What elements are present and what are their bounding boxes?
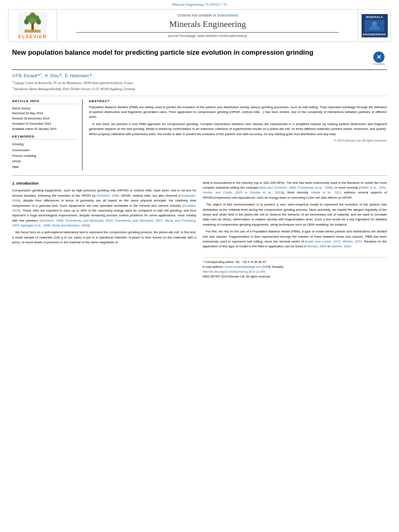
keywords-section: Keywords: Grinding Comminution Process m… bbox=[12, 135, 78, 170]
article-info-column: ARTICLE INFO Article history: Received 2… bbox=[12, 99, 82, 170]
received-date: Received 28 May 2014 bbox=[12, 111, 78, 116]
svg-point-4 bbox=[24, 19, 29, 25]
journal-reference: Minerals Engineering 73 (2015) 7–15 bbox=[172, 2, 227, 6]
svg-point-6 bbox=[36, 19, 41, 25]
abstract-text: Population Balance Models (PBM) are wide… bbox=[89, 105, 387, 137]
keywords-list: Grinding Comminution Process modeling HP… bbox=[12, 142, 78, 170]
ref-whiten-link[interactable]: Whiten, 1974 bbox=[343, 240, 362, 243]
ref-hashim-link[interactable]: Hashim, 2004 bbox=[331, 244, 351, 248]
intro-paragraph-4: The object of this communication is to p… bbox=[203, 202, 387, 227]
body-right-column: what is encountered in the industry (up … bbox=[203, 181, 387, 279]
section-1-heading: 1. Introduction bbox=[12, 181, 196, 187]
article-title-section: New population balance model for predict… bbox=[12, 48, 387, 70]
intro-paragraph-5: For this, we rely on the use of a Popula… bbox=[203, 229, 387, 249]
keywords-label: Keywords: bbox=[12, 135, 78, 140]
elsevier-tree-icon bbox=[19, 12, 47, 34]
homepage-text: journal homepage: www.elsevier.com/locat… bbox=[60, 34, 355, 38]
body-section: 1. Introduction Compression grinding equ… bbox=[12, 181, 387, 279]
ref-schonert-link[interactable]: Schönert, 1988 bbox=[97, 194, 119, 197]
keyword-2: Comminution bbox=[12, 148, 78, 153]
body-left-column: 1. Introduction Compression grinding equ… bbox=[12, 181, 196, 279]
article-history: Article history: Received 28 May 2014 Re… bbox=[12, 106, 78, 132]
crossmark-area: ✕ CrossMark bbox=[371, 50, 387, 66]
revised-date: Revised 19 December 2014 bbox=[12, 116, 78, 121]
svg-point-5 bbox=[29, 18, 36, 24]
doi-line: http://dx.doi.org/10.1016/j.mineng.2014.… bbox=[203, 269, 387, 274]
contents-available-text: Contents lists available at ScienceDirec… bbox=[60, 13, 355, 17]
keyword-3: Process modeling bbox=[12, 153, 78, 159]
intro-paragraph-2: We focus here on a well-explored laborat… bbox=[12, 230, 196, 245]
issn-line: 0892-6875/© 2015 Elsevier Ltd. All right… bbox=[203, 274, 387, 279]
doi-link[interactable]: http://dx.doi.org/10.1016/j.mineng.2014.… bbox=[203, 270, 265, 273]
available-date: Available online 29 January 2015 bbox=[12, 127, 78, 132]
keyword-4: HPGR bbox=[12, 159, 78, 164]
svg-rect-7 bbox=[31, 23, 34, 31]
footnote-corresponding: * Corresponding author. Tel.: +33 4 74 8… bbox=[203, 260, 387, 265]
authors-line: V.P.B. Esnault a,*, H. Zhou b, D. Heitzm… bbox=[12, 73, 387, 78]
abstract-title: ABSTRACT bbox=[89, 99, 387, 103]
header-center-area: Contents lists available at ScienceDirec… bbox=[57, 10, 358, 41]
badge-area: MINERALS ENGINEERING bbox=[358, 10, 391, 41]
crossmark-symbol: ✕ bbox=[373, 51, 385, 63]
ref-austin-link[interactable]: Austin and Luckie, 1972 bbox=[305, 240, 340, 243]
abstract-column: ABSTRACT Population Balance Models (PBM)… bbox=[89, 99, 387, 170]
copyright-notice: © 2015 Elsevier Ltd. All rights reserved… bbox=[89, 139, 387, 142]
elsevier-brand: ELSEVIER bbox=[19, 34, 47, 39]
footnote-email: E-mail address: vivien.esnault@lafarge.c… bbox=[203, 265, 387, 269]
author-1-link[interactable]: V.P.B. Esnault bbox=[12, 74, 37, 78]
ref-kalala-link[interactable]: Kalala et al., 2011 bbox=[311, 191, 342, 194]
journal-title-header: Minerals Engineering bbox=[60, 19, 355, 29]
header-divider bbox=[76, 32, 339, 33]
footnote-area: * Corresponding author. Tel.: +33 4 74 8… bbox=[203, 257, 387, 279]
top-bar: Minerals Engineering 73 (2015) 7–15 bbox=[0, 0, 399, 8]
sciencedirect-link[interactable]: ScienceDirect bbox=[217, 13, 238, 17]
intro-paragraph-1: Compression grinding equipments, such as… bbox=[12, 188, 196, 228]
email-link[interactable]: vivien.esnault@lafarge.com bbox=[224, 265, 261, 269]
minerals-engineering-badge: MINERALS ENGINEERING bbox=[362, 14, 388, 37]
journal-header: ELSEVIER Contents lists available at Sci… bbox=[8, 9, 391, 42]
article-main-title: New population balance model for predict… bbox=[12, 48, 313, 57]
affiliation-a: a Lafarge Centre de Recherche, 95 rue de… bbox=[12, 80, 387, 86]
article-info-abstract-section: ARTICLE INFO Article history: Received 2… bbox=[12, 96, 387, 170]
abstract-paragraph-1: Population Balance Models (PBM) are wide… bbox=[89, 105, 387, 120]
accepted-date: Accepted 22 December 2014 bbox=[12, 121, 78, 127]
ref-aziz-link[interactable]: Aziz and Schönert, 1980; Fuerstenau et a… bbox=[260, 186, 331, 189]
keyword-5: PBM bbox=[12, 164, 78, 170]
intro-paragraph-3: what is encountered in the industry (up … bbox=[203, 181, 387, 201]
author-3-link[interactable]: D. Heitzmann bbox=[65, 74, 89, 78]
keyword-1: Grinding bbox=[12, 142, 78, 147]
history-label: Article history: bbox=[12, 106, 78, 111]
affiliations: a Lafarge Centre de Recherche, 95 rue de… bbox=[12, 80, 387, 91]
body-divider bbox=[12, 175, 387, 176]
ref-schonert-2-link[interactable]: Schönert, 1988; Fuerstenau and Abouzeid,… bbox=[12, 219, 196, 227]
abstract-paragraph-2: In this work, we present a new PBM appro… bbox=[89, 122, 387, 137]
author-2-link[interactable]: H. Zhou bbox=[45, 74, 59, 78]
article-info-title: ARTICLE INFO bbox=[12, 99, 78, 104]
ref-kowatra-link[interactable]: Kowatra, 2004 bbox=[12, 204, 196, 212]
elsevier-logo-area: ELSEVIER bbox=[8, 10, 57, 41]
crossmark-label: CrossMark bbox=[373, 63, 385, 65]
ref-benzer-link[interactable]: Benzer, 2000 bbox=[308, 244, 327, 248]
affiliation-b: b Hosokawa Alpine Aktiengesellschaft, Pe… bbox=[12, 86, 387, 92]
